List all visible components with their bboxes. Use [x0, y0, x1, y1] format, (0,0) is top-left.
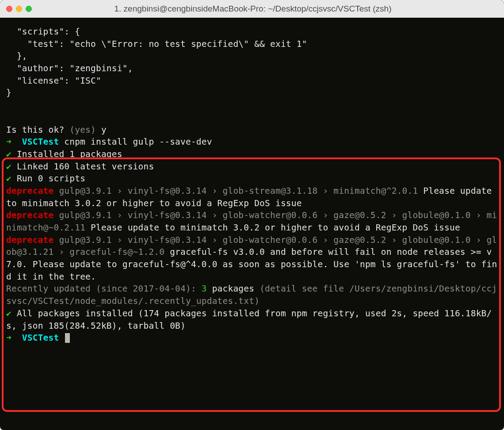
status-linked: Linked 160 latest versions — [11, 161, 154, 172]
prompt-dir: VSCTest — [22, 333, 59, 343]
cursor-icon — [65, 333, 70, 343]
prompt-arrow-icon: ➜ — [6, 137, 22, 147]
status-installed: Installed 1 packages — [11, 149, 122, 159]
json-line: "scripts": { — [6, 27, 80, 37]
confirm-hint: (yes) — [69, 125, 101, 135]
status-run: Run 0 scripts — [11, 173, 85, 184]
json-line: "author": "zengbinsi", — [6, 63, 133, 73]
json-line: "test": "echo \"Error: no test specified… — [6, 39, 307, 49]
terminal-window: 1. zengbinsi@cengbinsideMacBook-Pro: ~/D… — [0, 0, 504, 430]
check-icon: ✔ — [6, 173, 11, 184]
check-icon: ✔ — [6, 149, 11, 159]
check-icon: ✔ — [6, 308, 11, 319]
confirm-answer: y — [101, 125, 107, 135]
check-icon: ✔ — [6, 161, 11, 172]
json-line: } — [6, 88, 11, 98]
window-title: 1. zengbinsi@cengbinsideMacBook-Pro: ~/D… — [8, 4, 498, 14]
deprecate-label: deprecate — [6, 235, 53, 245]
json-line: }, — [6, 51, 27, 61]
deprecate-chain: gulp@3.9.1 › vinyl-fs@0.3.14 › glob-stre… — [53, 186, 423, 196]
confirm-prompt: Is this ok? — [6, 125, 69, 135]
deprecate-msg: Please update to minimatch 3.0.2 or high… — [91, 223, 460, 233]
finish-msg: All packages installed (174 packages ins… — [6, 308, 492, 331]
recent-count: 3 — [202, 284, 207, 294]
prompt-command: cnpm install gulp --save-dev — [59, 137, 212, 147]
prompt-arrow-icon: ➜ — [6, 333, 22, 343]
deprecate-label: deprecate — [6, 210, 53, 220]
prompt-dir: VSCTest — [22, 137, 59, 147]
deprecate-label: deprecate — [6, 186, 53, 196]
terminal-content[interactable]: "scripts": { "test": "echo \"Error: no t… — [0, 18, 504, 349]
json-line: "license": "ISC" — [6, 76, 101, 86]
recent-suffix: packages — [207, 284, 254, 294]
window-titlebar: 1. zengbinsi@cengbinsideMacBook-Pro: ~/D… — [0, 0, 504, 18]
recent-prefix: Recently updated (since 2017-04-04): — [6, 284, 202, 294]
